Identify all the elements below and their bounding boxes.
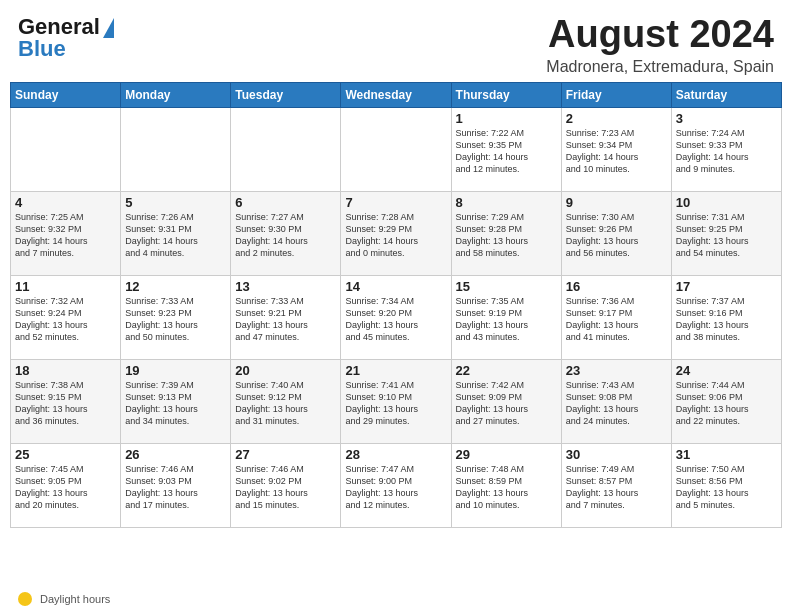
calendar-cell: 18Sunrise: 7:38 AM Sunset: 9:15 PM Dayli… [11,359,121,443]
calendar-cell: 11Sunrise: 7:32 AM Sunset: 9:24 PM Dayli… [11,275,121,359]
subtitle: Madronera, Extremadura, Spain [546,58,774,76]
day-number: 7 [345,195,446,210]
calendar-cell: 27Sunrise: 7:46 AM Sunset: 9:02 PM Dayli… [231,443,341,527]
day-number: 28 [345,447,446,462]
day-info: Sunrise: 7:41 AM Sunset: 9:10 PM Dayligh… [345,379,446,428]
day-number: 14 [345,279,446,294]
header: General Blue August 2024 Madronera, Extr… [0,0,792,82]
calendar-week-row: 18Sunrise: 7:38 AM Sunset: 9:15 PM Dayli… [11,359,782,443]
day-info: Sunrise: 7:29 AM Sunset: 9:28 PM Dayligh… [456,211,557,260]
col-saturday: Saturday [671,82,781,107]
col-monday: Monday [121,82,231,107]
col-tuesday: Tuesday [231,82,341,107]
day-number: 9 [566,195,667,210]
calendar-week-row: 11Sunrise: 7:32 AM Sunset: 9:24 PM Dayli… [11,275,782,359]
day-number: 12 [125,279,226,294]
day-info: Sunrise: 7:38 AM Sunset: 9:15 PM Dayligh… [15,379,116,428]
calendar-cell [11,107,121,191]
calendar-cell: 25Sunrise: 7:45 AM Sunset: 9:05 PM Dayli… [11,443,121,527]
day-number: 29 [456,447,557,462]
calendar-cell: 16Sunrise: 7:36 AM Sunset: 9:17 PM Dayli… [561,275,671,359]
main-title: August 2024 [546,14,774,56]
day-number: 15 [456,279,557,294]
calendar-cell: 5Sunrise: 7:26 AM Sunset: 9:31 PM Daylig… [121,191,231,275]
calendar-cell [231,107,341,191]
day-info: Sunrise: 7:36 AM Sunset: 9:17 PM Dayligh… [566,295,667,344]
day-number: 21 [345,363,446,378]
day-number: 5 [125,195,226,210]
day-info: Sunrise: 7:42 AM Sunset: 9:09 PM Dayligh… [456,379,557,428]
day-number: 18 [15,363,116,378]
day-number: 1 [456,111,557,126]
day-number: 20 [235,363,336,378]
calendar-cell: 1Sunrise: 7:22 AM Sunset: 9:35 PM Daylig… [451,107,561,191]
calendar-cell: 19Sunrise: 7:39 AM Sunset: 9:13 PM Dayli… [121,359,231,443]
calendar-cell: 30Sunrise: 7:49 AM Sunset: 8:57 PM Dayli… [561,443,671,527]
logo-triangle-icon [103,18,114,38]
day-info: Sunrise: 7:26 AM Sunset: 9:31 PM Dayligh… [125,211,226,260]
calendar-cell: 7Sunrise: 7:28 AM Sunset: 9:29 PM Daylig… [341,191,451,275]
title-section: August 2024 Madronera, Extremadura, Spai… [546,14,774,76]
day-info: Sunrise: 7:39 AM Sunset: 9:13 PM Dayligh… [125,379,226,428]
day-info: Sunrise: 7:37 AM Sunset: 9:16 PM Dayligh… [676,295,777,344]
day-info: Sunrise: 7:49 AM Sunset: 8:57 PM Dayligh… [566,463,667,512]
day-info: Sunrise: 7:50 AM Sunset: 8:56 PM Dayligh… [676,463,777,512]
col-wednesday: Wednesday [341,82,451,107]
calendar-table: Sunday Monday Tuesday Wednesday Thursday… [10,82,782,528]
calendar-cell: 23Sunrise: 7:43 AM Sunset: 9:08 PM Dayli… [561,359,671,443]
day-info: Sunrise: 7:46 AM Sunset: 9:02 PM Dayligh… [235,463,336,512]
weekday-header-row: Sunday Monday Tuesday Wednesday Thursday… [11,82,782,107]
calendar-cell [341,107,451,191]
day-info: Sunrise: 7:47 AM Sunset: 9:00 PM Dayligh… [345,463,446,512]
calendar-cell: 13Sunrise: 7:33 AM Sunset: 9:21 PM Dayli… [231,275,341,359]
day-number: 6 [235,195,336,210]
calendar-cell: 31Sunrise: 7:50 AM Sunset: 8:56 PM Dayli… [671,443,781,527]
day-number: 22 [456,363,557,378]
daylight-label: Daylight hours [40,593,110,605]
logo-blue-text: Blue [18,36,66,62]
day-info: Sunrise: 7:23 AM Sunset: 9:34 PM Dayligh… [566,127,667,176]
day-info: Sunrise: 7:27 AM Sunset: 9:30 PM Dayligh… [235,211,336,260]
day-number: 24 [676,363,777,378]
day-info: Sunrise: 7:40 AM Sunset: 9:12 PM Dayligh… [235,379,336,428]
day-info: Sunrise: 7:46 AM Sunset: 9:03 PM Dayligh… [125,463,226,512]
col-friday: Friday [561,82,671,107]
calendar-cell: 14Sunrise: 7:34 AM Sunset: 9:20 PM Dayli… [341,275,451,359]
day-number: 8 [456,195,557,210]
day-info: Sunrise: 7:24 AM Sunset: 9:33 PM Dayligh… [676,127,777,176]
daylight-icon [18,592,32,606]
calendar-cell: 6Sunrise: 7:27 AM Sunset: 9:30 PM Daylig… [231,191,341,275]
day-number: 27 [235,447,336,462]
day-number: 16 [566,279,667,294]
calendar-cell: 4Sunrise: 7:25 AM Sunset: 9:32 PM Daylig… [11,191,121,275]
day-number: 25 [15,447,116,462]
day-number: 23 [566,363,667,378]
day-number: 19 [125,363,226,378]
calendar-cell: 12Sunrise: 7:33 AM Sunset: 9:23 PM Dayli… [121,275,231,359]
calendar-cell: 22Sunrise: 7:42 AM Sunset: 9:09 PM Dayli… [451,359,561,443]
day-number: 31 [676,447,777,462]
day-info: Sunrise: 7:34 AM Sunset: 9:20 PM Dayligh… [345,295,446,344]
col-thursday: Thursday [451,82,561,107]
calendar: Sunday Monday Tuesday Wednesday Thursday… [0,82,792,588]
calendar-cell: 15Sunrise: 7:35 AM Sunset: 9:19 PM Dayli… [451,275,561,359]
day-info: Sunrise: 7:43 AM Sunset: 9:08 PM Dayligh… [566,379,667,428]
day-info: Sunrise: 7:25 AM Sunset: 9:32 PM Dayligh… [15,211,116,260]
day-info: Sunrise: 7:44 AM Sunset: 9:06 PM Dayligh… [676,379,777,428]
day-number: 17 [676,279,777,294]
calendar-cell: 17Sunrise: 7:37 AM Sunset: 9:16 PM Dayli… [671,275,781,359]
day-number: 3 [676,111,777,126]
day-info: Sunrise: 7:22 AM Sunset: 9:35 PM Dayligh… [456,127,557,176]
calendar-week-row: 25Sunrise: 7:45 AM Sunset: 9:05 PM Dayli… [11,443,782,527]
day-info: Sunrise: 7:33 AM Sunset: 9:23 PM Dayligh… [125,295,226,344]
calendar-cell: 29Sunrise: 7:48 AM Sunset: 8:59 PM Dayli… [451,443,561,527]
day-info: Sunrise: 7:33 AM Sunset: 9:21 PM Dayligh… [235,295,336,344]
calendar-week-row: 4Sunrise: 7:25 AM Sunset: 9:32 PM Daylig… [11,191,782,275]
day-info: Sunrise: 7:30 AM Sunset: 9:26 PM Dayligh… [566,211,667,260]
day-number: 11 [15,279,116,294]
calendar-cell: 21Sunrise: 7:41 AM Sunset: 9:10 PM Dayli… [341,359,451,443]
day-number: 30 [566,447,667,462]
footer: Daylight hours [0,588,792,612]
day-number: 10 [676,195,777,210]
day-info: Sunrise: 7:48 AM Sunset: 8:59 PM Dayligh… [456,463,557,512]
